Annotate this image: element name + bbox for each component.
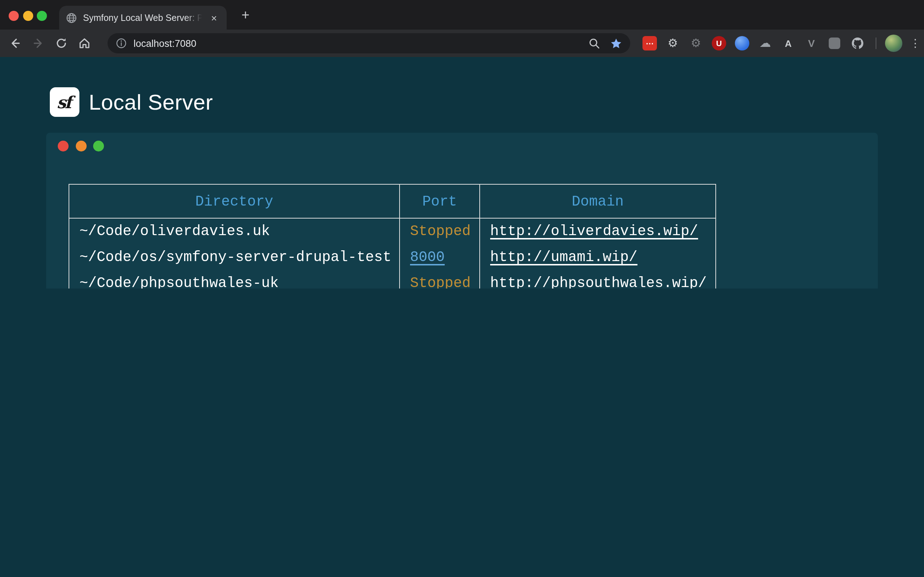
domain-link[interactable]: http://phpsouthwales.wip/ <box>490 275 707 289</box>
table-header-row: Directory Port Domain <box>69 184 716 218</box>
domain-cell: http://umami.wip/ <box>480 244 716 270</box>
port-cell: Stopped <box>399 218 480 244</box>
domain-link[interactable]: http://umami.wip/ <box>490 249 637 266</box>
window-controls <box>9 11 47 21</box>
letter-v-extension-icon[interactable]: V <box>801 33 822 53</box>
site-info-icon[interactable] <box>115 37 127 49</box>
cloud-extension-icon[interactable]: ☁ <box>755 33 775 53</box>
directory-cell: ~/Code/os/symfony-server-drupal-test <box>69 244 399 270</box>
new-tab-button[interactable]: + <box>237 6 254 24</box>
tab-strip: Symfony Local Web Server: Prox × + <box>0 0 924 29</box>
table-row: ~/Code/oliverdavies.uk Stopped http://ol… <box>69 218 716 244</box>
blue-circle-extension-icon[interactable] <box>732 33 752 53</box>
card-traffic-dots <box>58 141 104 152</box>
port-status: Stopped <box>410 223 471 240</box>
port-link[interactable]: 8000 <box>410 249 445 266</box>
browser-tab[interactable]: Symfony Local Web Server: Prox × <box>59 6 227 29</box>
domain-cell: http://oliverdavies.wip/ <box>480 218 716 244</box>
symfony-logo: sf <box>50 87 79 117</box>
close-window-button[interactable] <box>9 11 19 21</box>
browser-toolbar: localhost:7080 ⋯ ⚙ ⚙ U ☁ A V <box>0 29 924 57</box>
home-button[interactable] <box>74 33 95 53</box>
domain-cell: http://phpsouthwales.wip/ <box>480 270 716 288</box>
gray-square-extension-icon[interactable] <box>824 33 845 53</box>
card-red-dot <box>58 141 69 152</box>
table-row: ~/Code/os/symfony-server-drupal-test 800… <box>69 244 716 270</box>
directory-cell: ~/Code/oliverdavies.uk <box>69 218 399 244</box>
maximize-window-button[interactable] <box>37 11 47 21</box>
github-extension-icon[interactable] <box>848 33 868 53</box>
directory-cell: ~/Code/phpsouthwales-uk <box>69 270 399 288</box>
letter-a-extension-icon[interactable]: A <box>778 33 798 53</box>
servers-table: Directory Port Domain ~/Code/oliverdavie… <box>69 184 716 288</box>
minimize-window-button[interactable] <box>23 11 33 21</box>
directory-column-header: Directory <box>69 184 399 218</box>
table-row: ~/Code/phpsouthwales-uk Stopped http://p… <box>69 270 716 288</box>
profile-avatar[interactable] <box>885 35 902 52</box>
extensions-area: ⋯ ⚙ ⚙ U ☁ A V <box>640 33 868 53</box>
card-green-dot <box>93 141 104 152</box>
port-cell: Stopped <box>399 270 480 288</box>
server-card: Directory Port Domain ~/Code/oliverdavie… <box>46 133 878 288</box>
bookmark-star-icon[interactable] <box>610 37 622 49</box>
domain-link[interactable]: http://oliverdavies.wip/ <box>490 223 698 240</box>
toolbar-separator <box>876 37 876 49</box>
page-header: sf Local Server <box>50 87 213 117</box>
card-orange-dot <box>76 141 86 152</box>
port-status: Stopped <box>410 275 471 289</box>
address-bar[interactable]: localhost:7080 <box>108 33 630 53</box>
omnibox-right-icons <box>588 37 622 49</box>
globe-favicon-icon <box>66 12 77 23</box>
red-dots-extension-icon[interactable]: ⋯ <box>640 33 660 53</box>
symfony-logo-glyph: sf <box>57 92 73 112</box>
browser-menu-icon[interactable]: ⋮ <box>905 33 924 53</box>
port-cell: 8000 <box>399 244 480 270</box>
page-title: Local Server <box>89 90 213 114</box>
domain-column-header: Domain <box>480 184 716 218</box>
port-column-header: Port <box>399 184 480 218</box>
tab-title: Symfony Local Web Server: Prox <box>83 13 202 23</box>
page-content: sf Local Server Directory Port Domain <box>0 57 924 288</box>
browser-window: Symfony Local Web Server: Prox × + local… <box>0 0 924 288</box>
ublock-extension-icon[interactable]: U <box>709 33 729 53</box>
forward-button[interactable] <box>28 33 48 53</box>
reload-button[interactable] <box>51 33 71 53</box>
dark-gear-extension-icon[interactable]: ⚙ <box>686 33 706 53</box>
url-text[interactable]: localhost:7080 <box>134 38 582 49</box>
tab-close-icon[interactable]: × <box>208 11 220 24</box>
zoom-icon[interactable] <box>588 37 601 49</box>
gear-extension-icon[interactable]: ⚙ <box>663 33 683 53</box>
back-button[interactable] <box>5 33 25 53</box>
